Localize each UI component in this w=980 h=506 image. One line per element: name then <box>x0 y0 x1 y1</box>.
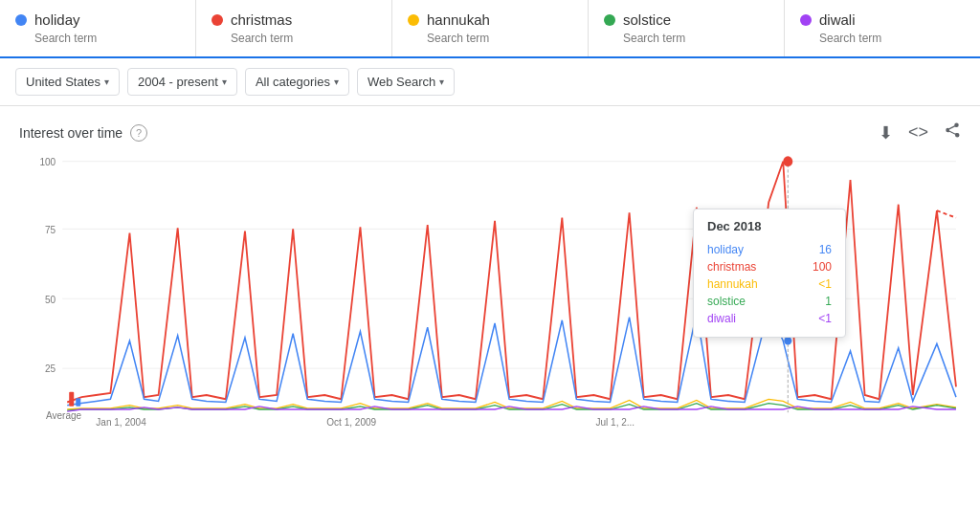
chart-header: Interest over time ? ⬇ <> <box>19 121 961 143</box>
diwali-label: diwali <box>819 11 856 28</box>
solstice-dot <box>604 14 615 26</box>
svg-text:Oct 1, 2009: Oct 1, 2009 <box>326 417 376 428</box>
search-term-header: holiday <box>15 11 180 28</box>
search-term-solstice[interactable]: solstice Search term <box>589 0 785 56</box>
hannukah-label: hannukah <box>427 11 490 28</box>
tooltip-date: Dec 2018 <box>707 219 832 233</box>
search-term-christmas[interactable]: christmas Search term <box>196 0 392 56</box>
svg-text:75: 75 <box>45 224 56 234</box>
search-term-hannukah[interactable]: hannukah Search term <box>392 0 589 56</box>
share-icon[interactable] <box>944 121 961 143</box>
search-term-diwali[interactable]: diwali Search term <box>785 0 980 56</box>
chart-section: Interest over time ? ⬇ <> 100 75 50 25 J… <box>0 106 980 448</box>
svg-point-12 <box>783 156 792 166</box>
christmas-dot <box>212 14 223 26</box>
svg-rect-14 <box>69 392 74 407</box>
search-term-header: solstice <box>604 11 768 28</box>
tooltip-row-hannukah: hannukah <1 <box>707 275 832 293</box>
diwali-dot <box>800 14 812 26</box>
category-label: All categories <box>256 75 330 89</box>
download-icon[interactable]: ⬇ <box>879 122 893 143</box>
holiday-dot <box>15 14 27 26</box>
region-filter[interactable]: United States ▾ <box>15 68 120 96</box>
tooltip: Dec 2018 holiday 16 christmas 100 hannuk… <box>693 209 846 338</box>
svg-text:50: 50 <box>45 294 56 304</box>
tooltip-term-diwali: diwali <box>707 312 736 325</box>
region-label: United States <box>26 75 100 89</box>
tooltip-row-solstice: solstice 1 <box>707 293 832 310</box>
solstice-type: Search term <box>604 32 768 45</box>
hannukah-dot <box>408 14 419 26</box>
chart-title-group: Interest over time ? <box>19 124 147 142</box>
chart-container: 100 75 50 25 Jan 1, 2004 Oct 1, 2009 Jul… <box>19 151 961 438</box>
svg-text:Jan 1, 2004: Jan 1, 2004 <box>96 417 146 428</box>
tooltip-value-hannukah: <1 <box>818 277 832 291</box>
category-chevron: ▾ <box>334 77 339 87</box>
chart-title: Interest over time <box>19 125 122 141</box>
tooltip-value-christmas: 100 <box>813 260 832 274</box>
tooltip-row-holiday: holiday 16 <box>707 241 832 258</box>
search-term-header: christmas <box>212 11 376 28</box>
tooltip-value-solstice: 1 <box>825 295 832 308</box>
help-icon[interactable]: ? <box>130 124 147 142</box>
period-filter[interactable]: 2004 - present ▾ <box>127 68 237 96</box>
tooltip-row-diwali: diwali <1 <box>707 310 832 327</box>
tooltip-term-holiday: holiday <box>707 243 744 256</box>
chart-actions: ⬇ <> <box>879 121 961 143</box>
search-terms-bar: holiday Search term christmas Search ter… <box>0 0 980 58</box>
svg-rect-15 <box>76 398 80 407</box>
period-chevron: ▾ <box>222 77 227 87</box>
tooltip-row-christmas: christmas 100 <box>707 258 832 275</box>
average-label: Average <box>46 410 81 421</box>
search-term-holiday[interactable]: holiday Search term <box>0 0 196 56</box>
holiday-type: Search term <box>15 32 180 45</box>
solstice-label: solstice <box>623 11 671 28</box>
search-type-filter[interactable]: Web Search ▾ <box>357 68 455 96</box>
search-type-label: Web Search <box>368 75 435 89</box>
search-term-header: hannukah <box>408 11 572 28</box>
average-text: Average <box>46 410 81 421</box>
svg-text:Jul 1, 2...: Jul 1, 2... <box>595 417 635 428</box>
holiday-label: holiday <box>34 11 80 28</box>
tooltip-value-holiday: 16 <box>819 243 832 256</box>
christmas-label: christmas <box>231 11 292 28</box>
tooltip-term-solstice: solstice <box>707 295 746 308</box>
search-type-chevron: ▾ <box>439 77 444 87</box>
period-label: 2004 - present <box>138 75 218 89</box>
region-chevron: ▾ <box>104 77 109 87</box>
svg-text:25: 25 <box>45 363 56 374</box>
diwali-type: Search term <box>800 32 965 45</box>
hannukah-type: Search term <box>408 32 572 45</box>
christmas-type: Search term <box>212 32 376 45</box>
tooltip-value-diwali: <1 <box>818 312 832 325</box>
embed-icon[interactable]: <> <box>908 122 928 143</box>
filter-bar: United States ▾ 2004 - present ▾ All cat… <box>0 58 980 106</box>
tooltip-term-christmas: christmas <box>707 260 756 274</box>
svg-point-13 <box>784 337 791 345</box>
svg-text:100: 100 <box>39 157 56 167</box>
tooltip-term-hannukah: hannukah <box>707 277 758 291</box>
category-filter[interactable]: All categories ▾ <box>245 68 349 96</box>
search-term-header: diwali <box>800 11 965 28</box>
